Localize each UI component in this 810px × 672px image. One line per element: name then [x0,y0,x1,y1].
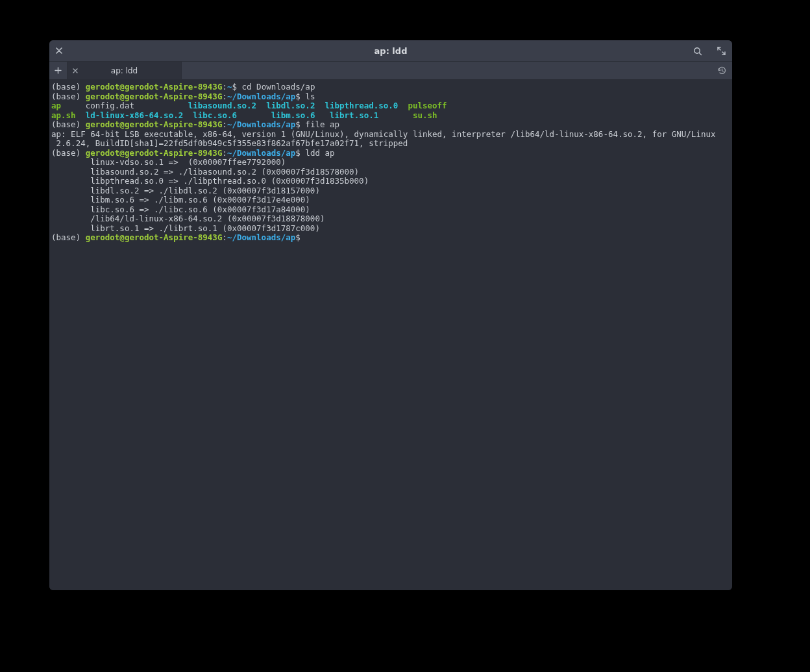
terminal-line: libasound.so.2 => ./libasound.so.2 (0x00… [51,168,730,177]
terminal-output[interactable]: (base) gerodot@gerodot-Aspire-8943G:~$ c… [49,80,732,590]
terminal-line: /lib64/ld-linux-x86-64.so.2 (0x00007f3d1… [51,214,730,224]
terminal-line: (base) gerodot@gerodot-Aspire-8943G:~/Do… [51,92,730,102]
terminal-line: libc.so.6 => ./libc.so.6 (0x00007f3d17a8… [51,205,730,215]
terminal-line: librt.so.1 => ./librt.so.1 (0x00007f3d17… [51,224,730,234]
close-icon [73,68,78,73]
terminal-line: ap.sh ld-linux-x86-64.so.2 libc.so.6 lib… [51,111,730,121]
terminal-line: libpthread.so.0 => ./libpthread.so.0 (0x… [51,177,730,186]
tab-active[interactable]: ap: ldd [68,62,182,79]
terminal-line: (base) gerodot@gerodot-Aspire-8943G:~$ c… [51,82,730,92]
terminal-line: (base) gerodot@gerodot-Aspire-8943G:~/Do… [51,120,730,130]
terminal-line: (base) gerodot@gerodot-Aspire-8943G:~/Do… [51,149,730,158]
history-icon [717,66,727,75]
terminal-line: ap config.dat libasound.so.2 libdl.so.2 … [51,101,730,111]
fullscreen-icon [717,47,726,55]
history-button[interactable] [711,62,732,79]
fullscreen-button[interactable] [714,40,728,62]
window-title: ap: ldd [49,46,732,56]
terminal-line: 2.6.24, BuildID[sha1]=22fd5df0b949c5f355… [51,139,730,149]
tabbar: ap: ldd [49,62,732,80]
tabbar-spacer [182,62,711,79]
terminal-line: libdl.so.2 => ./libdl.so.2 (0x00007f3d18… [51,186,730,196]
search-button[interactable] [691,40,705,62]
plus-icon [55,67,62,74]
terminal-line: linux-vdso.so.1 => (0x00007ffee7792000) [51,158,730,168]
window-close-button[interactable] [49,40,69,62]
search-icon [693,47,702,56]
new-tab-button[interactable] [49,62,68,79]
tab-label: ap: ldd [83,66,181,75]
terminal-line: (base) gerodot@gerodot-Aspire-8943G:~/Do… [51,233,730,243]
terminal-window: ap: ldd ap: ldd [49,40,732,590]
close-icon [56,47,62,54]
terminal-line: libm.so.6 => ./libm.so.6 (0x00007f3d17e4… [51,195,730,205]
terminal-line: ap: ELF 64-bit LSB executable, x86-64, v… [51,130,730,140]
titlebar: ap: ldd [49,40,732,62]
tab-close-button[interactable] [68,68,83,73]
